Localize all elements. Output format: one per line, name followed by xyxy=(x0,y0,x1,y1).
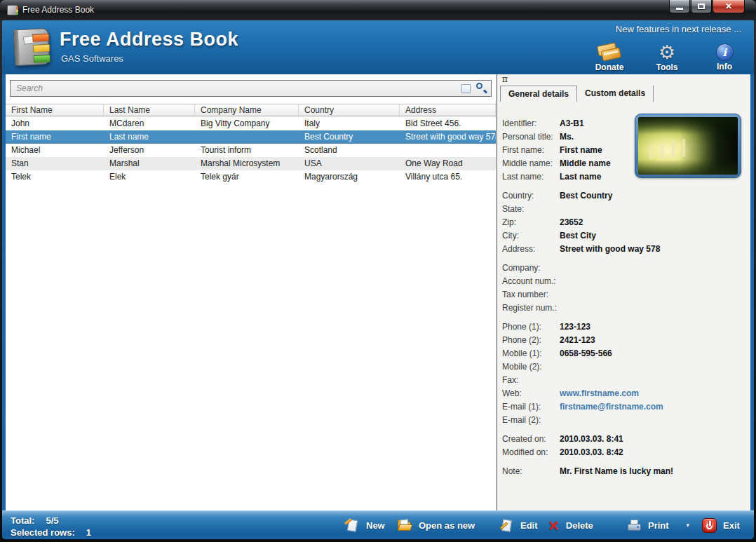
new-icon xyxy=(344,518,360,534)
tab-general-details[interactable]: General details xyxy=(500,86,577,102)
window-body: Free Address Book GAS Softwares New feat… xyxy=(2,20,754,539)
statusbar: Total:5/5 Selected rows:1 New Open as ne… xyxy=(2,510,754,539)
cell-country: Scotland xyxy=(299,144,400,157)
field-country: Country:Best Country xyxy=(502,189,746,203)
tools-label: Tools xyxy=(656,62,677,72)
window-title: Free Address Book xyxy=(22,5,94,15)
field-created-on: Created on:2010.03.03. 8:41 xyxy=(502,433,746,446)
delete-button[interactable]: ✕ Delete xyxy=(548,511,593,540)
tools-button[interactable]: ⚙ Tools xyxy=(649,43,685,72)
search-checkbox[interactable] xyxy=(461,84,471,93)
field-middle-name: Middle name:Middle name xyxy=(502,157,746,170)
cell-address: One Way Road xyxy=(400,157,496,170)
cell-company-name: Marshal Microsystem xyxy=(195,157,299,170)
column-header-address[interactable]: Address xyxy=(400,104,496,116)
field-email1: E-mail (1):firstname@firstname.com xyxy=(502,400,746,414)
details-pane: п General details Custom details Identif… xyxy=(497,74,750,510)
field-city: City:Best City xyxy=(502,229,746,243)
table-row[interactable]: John MCdaren Big Vitty Company Italy Bid… xyxy=(6,117,496,130)
field-register-num: Register num.: xyxy=(502,302,746,315)
cell-country: Italy xyxy=(299,117,400,130)
cell-first-name: First name xyxy=(6,130,104,144)
field-zip: Zip:23652 xyxy=(502,216,746,229)
field-company: Company: xyxy=(502,262,746,275)
tab-custom-details[interactable]: Custom details xyxy=(577,86,654,102)
web-link[interactable]: www.firstname.com xyxy=(560,387,639,400)
field-phone2: Phone (2):2421-123 xyxy=(502,334,746,347)
cell-country: Magyarország xyxy=(299,170,400,184)
cell-address: Bid Street 456. xyxy=(400,117,496,130)
donate-label: Donate xyxy=(595,62,624,72)
field-modified-on: Modified on:2010.03.03. 8:42 xyxy=(502,446,746,459)
cell-last-name: Elek xyxy=(104,170,195,184)
cell-country: USA xyxy=(299,157,400,170)
app-header: Free Address Book GAS Softwares New feat… xyxy=(2,20,754,74)
column-header-first-name[interactable]: First Name xyxy=(6,104,104,116)
new-button[interactable]: New xyxy=(344,511,385,540)
cell-last-name: Jefferson xyxy=(104,144,195,157)
table-body: John MCdaren Big Vitty Company Italy Bid… xyxy=(6,117,496,184)
edit-button[interactable]: Edit xyxy=(499,511,538,540)
app-title: Free Address Book xyxy=(60,29,238,50)
print-button[interactable]: Print ▼ xyxy=(626,511,691,540)
email-link[interactable]: firstname@firstname.com xyxy=(560,400,663,414)
donate-icon xyxy=(597,43,622,62)
field-note: Note:Mr. First Name is lucky man! xyxy=(502,465,746,478)
edit-icon xyxy=(499,518,514,534)
total-label: Total: xyxy=(11,515,34,526)
field-last-name: Last name:Last name xyxy=(502,170,746,184)
cell-address: Street with good way 578 xyxy=(400,130,496,144)
table-row[interactable]: Telek Elek Telek gyár Magyarország Villá… xyxy=(6,170,496,184)
maximize-button[interactable] xyxy=(691,0,712,13)
cell-first-name: John xyxy=(6,117,104,130)
minimize-button[interactable] xyxy=(669,0,690,13)
table-row[interactable]: Stan Marshal Marshal Microsystem USA One… xyxy=(6,157,496,170)
cell-first-name: Michael xyxy=(6,144,104,157)
donate-button[interactable]: Donate xyxy=(591,43,628,72)
info-icon: i xyxy=(716,43,734,61)
app-window: Free Address Book ✕ Free Address Book GA… xyxy=(0,0,756,542)
header-buttons: Donate ⚙ Tools i Info xyxy=(591,43,743,72)
announcement-link[interactable]: New features in next release ... xyxy=(616,24,741,34)
cell-last-name: Marshal xyxy=(104,157,195,170)
field-tax-number: Tax number: xyxy=(502,288,746,302)
selected-rows-label: Selected rows: xyxy=(11,527,75,538)
details-fields: Identifier:A3-B1 Personal title:Ms. Firs… xyxy=(502,117,746,478)
search-input[interactable] xyxy=(11,81,461,96)
column-header-company-name[interactable]: Company Name xyxy=(195,104,299,116)
cell-country: Best Country xyxy=(299,130,400,144)
total-value: 5/5 xyxy=(46,515,58,526)
print-icon xyxy=(626,518,642,534)
gear-icon: ⚙ xyxy=(659,43,675,62)
close-button[interactable]: ✕ xyxy=(713,0,745,13)
dock-pin-icon[interactable]: п xyxy=(502,74,508,84)
cell-first-name: Stan xyxy=(6,157,104,170)
field-mobile1: Mobile (1):0658-595-566 xyxy=(502,347,746,360)
table-row[interactable]: Michael Jefferson Tourist inform Scotlan… xyxy=(6,144,496,157)
selected-rows-value: 1 xyxy=(86,527,91,538)
field-account-num: Account num.: xyxy=(502,275,746,288)
field-mobile2: Mobile (2): xyxy=(502,360,746,374)
column-header-last-name[interactable]: Last Name xyxy=(104,104,195,116)
address-book-logo-icon xyxy=(11,26,54,69)
field-phone1: Phone (1):123-123 xyxy=(502,320,746,334)
table-row-selected[interactable]: First name Last name Best Country Street… xyxy=(6,130,496,144)
print-dropdown-caret[interactable]: ▼ xyxy=(685,522,691,529)
field-email2: E-mail (2): xyxy=(502,414,746,427)
field-first-name: First name:First name xyxy=(502,144,746,157)
details-tabs: General details Custom details xyxy=(500,86,654,102)
exit-button[interactable]: Exit xyxy=(702,511,740,540)
field-personal-title: Personal title:Ms. xyxy=(502,130,746,144)
close-icon: ✕ xyxy=(725,1,732,11)
info-button[interactable]: i Info xyxy=(706,43,743,72)
cell-address: Villány utca 65. xyxy=(400,170,496,184)
open-as-new-button[interactable]: Open as new xyxy=(397,511,475,540)
cell-first-name: Telek xyxy=(6,170,104,184)
contacts-pane: First Name Last Name Company Name Countr… xyxy=(6,74,496,510)
search-icon[interactable] xyxy=(475,82,487,95)
info-label: Info xyxy=(717,62,732,72)
column-header-country[interactable]: Country xyxy=(299,104,400,116)
titlebar: Free Address Book ✕ xyxy=(0,0,756,20)
content-area: First Name Last Name Company Name Countr… xyxy=(6,74,750,510)
field-identifier: Identifier:A3-B1 xyxy=(502,117,746,130)
